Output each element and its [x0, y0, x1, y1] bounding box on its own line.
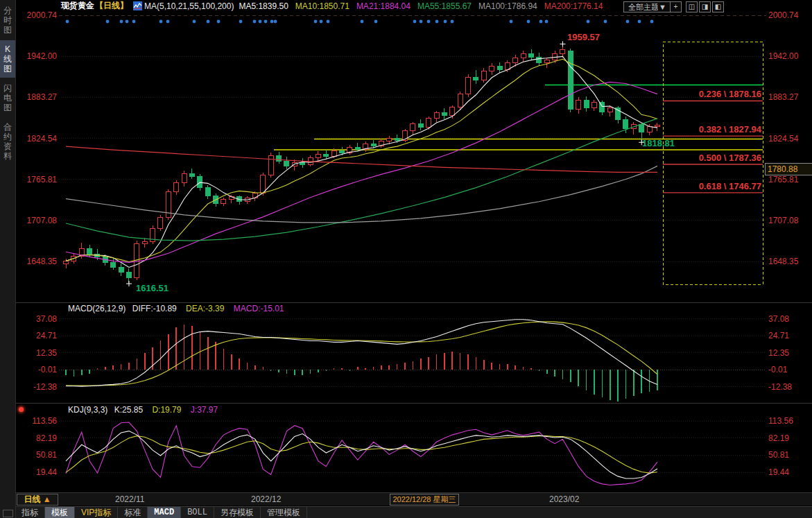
alert-dot-icon[interactable]	[19, 407, 24, 412]
event-dot-icon[interactable]	[166, 20, 170, 24]
event-dot-icon[interactable]	[106, 20, 110, 24]
event-dot-icon[interactable]	[361, 20, 364, 24]
candle-body[interactable]	[647, 127, 652, 132]
candle-body[interactable]	[418, 124, 423, 128]
candle-body[interactable]	[639, 125, 644, 132]
event-dot-icon[interactable]	[239, 20, 243, 24]
event-dot-icon[interactable]	[638, 20, 641, 24]
candle-body[interactable]	[655, 126, 659, 127]
footer-tab-MACD[interactable]: MACD	[148, 507, 181, 518]
candle-body[interactable]	[174, 183, 179, 192]
candle-body[interactable]	[521, 53, 526, 58]
chart-canvas[interactable]	[0, 0, 812, 518]
event-dot-icon[interactable]	[427, 20, 431, 24]
candle-body[interactable]	[355, 147, 360, 149]
candle-body[interactable]	[481, 71, 486, 80]
candle-body[interactable]	[277, 155, 282, 161]
split-pane-icon[interactable]: ◫	[686, 1, 698, 12]
candle-body[interactable]	[466, 77, 471, 94]
event-dot-icon[interactable]	[539, 20, 543, 24]
candle-body[interactable]	[411, 124, 415, 131]
footer-tab-BOLL[interactable]: BOLL	[181, 507, 214, 518]
footer-tab-模板[interactable]: 模板	[45, 507, 75, 518]
candle-body[interactable]	[205, 188, 210, 196]
event-dot-icon[interactable]	[159, 20, 163, 24]
candle-body[interactable]	[395, 138, 399, 140]
event-dot-icon[interactable]	[320, 20, 323, 24]
period-selector[interactable]: 日线 ▲	[17, 494, 58, 506]
candle-body[interactable]	[568, 51, 573, 110]
candle-body[interactable]	[576, 101, 581, 110]
candle-body[interactable]	[331, 150, 336, 156]
event-dot-icon[interactable]	[587, 20, 590, 24]
event-dot-icon[interactable]	[510, 20, 513, 24]
event-dot-icon[interactable]	[132, 20, 136, 24]
candle-body[interactable]	[324, 154, 329, 156]
event-dot-icon[interactable]	[66, 20, 69, 24]
candle-body[interactable]	[268, 155, 273, 175]
event-dot-icon[interactable]	[650, 20, 654, 24]
candle-body[interactable]	[490, 66, 494, 71]
event-dot-icon[interactable]	[545, 20, 548, 24]
candle-body[interactable]	[142, 241, 147, 243]
candle-body[interactable]	[623, 120, 628, 129]
candle-body[interactable]	[111, 262, 116, 267]
candle-body[interactable]	[371, 144, 376, 146]
event-dot-icon[interactable]	[451, 20, 454, 24]
footer-tab-管理模板[interactable]: 管理模板	[261, 507, 307, 518]
sidebar-tab-合约资料[interactable]: 合约资料	[0, 118, 15, 165]
event-dot-icon[interactable]	[253, 20, 257, 24]
footer-tab-指标[interactable]: 指标	[15, 507, 45, 518]
event-dot-icon[interactable]	[626, 20, 630, 24]
event-dot-icon[interactable]	[259, 20, 262, 24]
pan-tool-icon[interactable]: +	[670, 1, 682, 12]
candle-body[interactable]	[442, 113, 447, 116]
event-dot-icon[interactable]	[420, 20, 423, 24]
event-dot-icon[interactable]	[270, 20, 274, 24]
candle-body[interactable]	[544, 60, 549, 62]
candle-body[interactable]	[458, 94, 463, 107]
pop-out-icon[interactable]: ◧	[712, 1, 724, 12]
theme-select-button[interactable]: 全部主题▼	[623, 1, 671, 12]
candle-body[interactable]	[119, 267, 123, 272]
candle-body[interactable]	[340, 150, 345, 153]
candle-body[interactable]	[529, 53, 534, 57]
candle-body[interactable]	[158, 218, 163, 228]
candle-body[interactable]	[450, 107, 455, 116]
candle-body[interactable]	[434, 113, 439, 119]
candle-body[interactable]	[252, 193, 257, 198]
event-dot-icon[interactable]	[274, 20, 277, 24]
candle-body[interactable]	[513, 58, 518, 62]
event-dot-icon[interactable]	[193, 20, 196, 24]
candle-body[interactable]	[189, 173, 194, 176]
candle-body[interactable]	[261, 175, 266, 193]
event-dot-icon[interactable]	[604, 20, 607, 24]
candle-body[interactable]	[553, 53, 558, 60]
footer-tab-标准[interactable]: 标准	[118, 507, 148, 518]
candle-body[interactable]	[584, 101, 589, 108]
candle-body[interactable]	[316, 154, 320, 157]
event-dot-icon[interactable]	[264, 20, 268, 24]
sidebar-tab-K线图[interactable]: K线图	[0, 40, 15, 78]
candle-body[interactable]	[126, 272, 131, 277]
event-dot-icon[interactable]	[207, 20, 210, 24]
sidebar-tab-分时图[interactable]: 分时图	[0, 1, 15, 39]
candle-body[interactable]	[387, 138, 392, 141]
candle-body[interactable]	[560, 49, 565, 53]
candle-body[interactable]	[426, 119, 431, 128]
event-dot-icon[interactable]	[120, 20, 123, 24]
event-dot-icon[interactable]	[126, 20, 129, 24]
event-dot-icon[interactable]	[444, 20, 447, 24]
candle-body[interactable]	[166, 192, 171, 218]
event-dot-icon[interactable]	[435, 20, 439, 24]
sidebar-tab-闪电图[interactable]: 闪电图	[0, 79, 15, 116]
candle-body[interactable]	[474, 77, 478, 80]
candle-body[interactable]	[591, 103, 596, 108]
candle-body[interactable]	[300, 162, 305, 164]
event-dot-icon[interactable]	[327, 20, 330, 24]
candle-body[interactable]	[607, 108, 612, 112]
candle-body[interactable]	[64, 261, 69, 264]
footer-tab-另存模板[interactable]: 另存模板	[214, 507, 261, 518]
candle-body[interactable]	[182, 173, 187, 182]
event-dot-icon[interactable]	[314, 20, 318, 24]
